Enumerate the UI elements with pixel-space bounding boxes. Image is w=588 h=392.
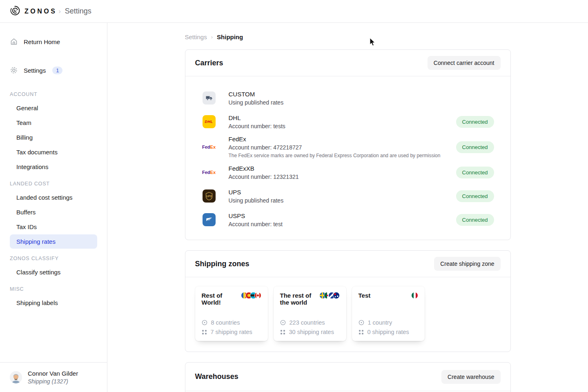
user-role: Shipping (1327) [28,378,78,385]
carrier-subtitle: Using published rates [229,197,456,204]
section-label-zonos-classify: ZONOS CLASSIFY [0,249,107,265]
zone-flags [241,292,261,306]
carrier-subtitle: Using published rates [229,99,494,106]
globe-target-icon [202,320,207,325]
carrier-name: FedEx [229,136,456,143]
flag-icon [411,292,418,299]
sidebar-item-tax-ids[interactable]: Tax IDs [10,220,97,234]
section-label-misc: MISC [0,280,107,295]
sidebar-item-billing[interactable]: Billing [10,130,97,145]
zone-card-rest-of-world[interactable]: Rest of World! 8 countries [195,286,268,341]
zone-rates: 0 shipping rates [359,329,418,335]
carrier-subtitle: Account number: test [229,221,456,227]
sidebar-item-buffers[interactable]: Buffers [10,205,97,219]
sidebar-item-classify-settings[interactable]: Classify settings [10,265,97,279]
carriers-title: Carriers [195,59,223,67]
zone-name: Rest of World! [202,292,239,306]
flag-icon [254,292,261,299]
zone-rates: 30 shipping rates [280,329,340,335]
zone-flags [411,292,418,299]
breadcrumb-shipping: Shipping [217,33,243,40]
create-shipping-zone-button[interactable]: Create shipping zone [434,257,500,271]
main-content: Settings › Shipping Carriers Connect car… [107,23,588,392]
section-label-landed-cost: LANDED COST [0,174,107,190]
shipping-zones-title: Shipping zones [195,260,249,268]
carrier-disclaimer: The FedEx service marks are owned by Fed… [229,153,456,158]
flag-icon [333,292,340,299]
carrier-subtitle: Account number: 472218727 [229,144,456,151]
shipping-zones-card: Shipping zones Create shipping zone Rest… [185,250,511,352]
sidebar-item-shipping-rates[interactable]: Shipping rates [10,234,97,249]
settings-count-badge: 1 [52,67,62,74]
zone-name: The rest of the world [280,292,318,306]
carrier-subtitle: Account number: tests [229,123,456,129]
user-profile[interactable]: Connor Van Gilder Shipping (1327) [0,362,107,392]
sidebar-item-integrations[interactable]: Integrations [10,160,97,174]
breadcrumb: Settings › Shipping [185,33,511,40]
globe-target-icon [359,320,364,325]
carrier-name: UPS [229,189,456,196]
zonos-logo-icon [10,5,20,18]
user-name: Connor Van Gilder [28,370,78,377]
carrier-name: FedExXB [229,165,456,172]
carrier-list: CUSTOM Using published rates DHL DHL Acc… [185,76,510,240]
carrier-row-fedexxb[interactable]: FedEx FedExXB Account number: 12321321 C… [203,160,494,184]
carrier-subtitle: Account number: 12321321 [229,174,456,180]
warehouses-title: Warehouses [195,372,238,381]
warehouses-card: Warehouses Create warehouse [185,362,511,392]
zone-rates: 7 shipping rates [202,329,261,335]
brand-wordmark: ZONOS [24,8,57,15]
zonos-brand[interactable]: ZONOS [10,5,57,18]
topbar-breadcrumb: Settings [65,7,91,16]
zone-countries: 8 countries [202,319,261,326]
carrier-name: DHL [229,114,456,121]
connected-badge: Connected [456,167,494,178]
truck-icon [203,91,216,105]
connected-badge: Connected [456,190,494,202]
carrier-row-ups[interactable]: UPS UPS Using published rates Connected [203,184,494,208]
usps-logo [203,213,216,226]
sidebar-item-landed-cost-settings[interactable]: Landed cost settings [10,190,97,205]
home-icon [10,38,18,46]
topbar: ZONOS › Settings [0,0,588,23]
sidebar-item-team[interactable]: Team [10,116,97,130]
zone-card-test[interactable]: Test 1 country 0 [352,286,425,341]
chevron-right-icon: › [58,8,60,15]
carrier-row-custom[interactable]: CUSTOM Using published rates [203,86,494,110]
carrier-name: CUSTOM [229,91,494,98]
grid-icon [280,330,285,335]
connected-badge: Connected [456,214,494,226]
connected-badge: Connected [456,141,494,153]
carrier-row-dhl[interactable]: DHL DHL Account number: tests Connected [203,110,494,134]
avatar [10,371,22,383]
zones-list: Rest of World! 8 countries [185,277,510,352]
return-home-label: Return Home [24,38,60,45]
sidebar-item-settings[interactable]: Settings 1 [0,61,107,79]
sidebar-item-tax-documents[interactable]: Tax documents [10,145,97,159]
carriers-card: Carriers Connect carrier account [185,49,511,240]
section-label-account: ACCOUNT [0,85,107,100]
svg-text:UPS: UPS [206,195,212,198]
sidebar-item-return-home[interactable]: Return Home [0,33,107,51]
zone-countries: 223 countries [280,319,340,326]
zone-card-the-rest-of-the-world[interactable]: The rest of the world 223 co [274,286,346,341]
fedex-logo: FedEx [203,140,216,154]
carrier-row-usps[interactable]: USPS Account number: test Connected [203,208,494,232]
settings-label: Settings [24,67,46,74]
zone-name: Test [359,292,371,299]
carrier-name: USPS [229,212,456,219]
connected-badge: Connected [456,116,494,128]
sidebar-nav: Return Home Settings 1 ACCOUNT General T… [0,23,107,362]
zone-flags [319,292,340,306]
sidebar-item-general[interactable]: General [10,101,97,115]
dhl-logo: DHL [203,115,216,128]
gear-icon [10,66,18,74]
connect-carrier-account-button[interactable]: Connect carrier account [428,56,501,70]
create-warehouse-button[interactable]: Create warehouse [441,370,500,384]
fedex-logo: FedEx [203,166,216,179]
grid-icon [359,330,364,335]
carrier-row-fedex[interactable]: FedEx FedEx Account number: 472218727 Th… [203,134,494,160]
sidebar-item-shipping-labels[interactable]: Shipping labels [10,296,97,310]
breadcrumb-settings[interactable]: Settings [185,33,207,40]
ups-logo: UPS [203,189,216,203]
